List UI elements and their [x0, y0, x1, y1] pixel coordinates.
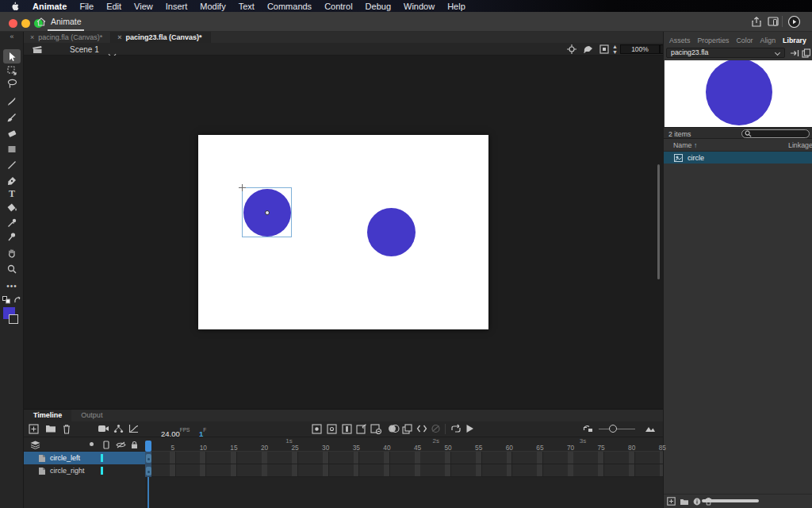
tab-align[interactable]: Align — [760, 37, 776, 44]
more-tools-button[interactable]: ••• — [3, 279, 21, 293]
insert-keyframe-icon[interactable] — [312, 424, 322, 434]
share-icon[interactable] — [752, 17, 761, 27]
rectangle-tool[interactable] — [3, 142, 21, 156]
column-name-label[interactable]: Name ↑ — [673, 141, 697, 149]
menu-window[interactable]: Window — [404, 2, 435, 11]
default-colors-icon[interactable] — [2, 296, 11, 304]
new-folder-icon[interactable] — [680, 498, 689, 506]
library-search-input[interactable] — [741, 129, 810, 138]
column-linkage-label[interactable]: Linkage — [788, 141, 812, 149]
menu-file[interactable]: File — [79, 2, 94, 11]
frame-grid[interactable] — [145, 452, 663, 477]
delete-layer-icon[interactable] — [63, 424, 71, 434]
layer-color-indicator[interactable] — [101, 454, 103, 462]
tab-library[interactable]: Library — [783, 37, 806, 44]
close-window-button[interactable] — [9, 19, 17, 28]
menu-view[interactable]: View — [134, 2, 153, 11]
onion-skin-outlines-icon[interactable] — [416, 424, 427, 433]
item-properties-icon[interactable] — [693, 498, 701, 506]
onion-skin-range-icon[interactable] — [431, 424, 441, 433]
layer-row-circle_left[interactable]: circle_left — [24, 452, 145, 464]
menu-commands[interactable]: Commands — [267, 2, 312, 11]
menu-text[interactable]: Text — [239, 2, 255, 11]
frame-ruler[interactable]: 5101520253035404550556065707580851s2s3s — [145, 437, 663, 452]
home-tab-animate[interactable]: Animate — [51, 17, 82, 26]
frame-area[interactable]: 5101520253035404550556065707580851s2s3s — [145, 437, 663, 508]
tab-properties[interactable]: Properties — [697, 37, 729, 44]
play-button[interactable] — [465, 424, 474, 433]
library-document-select[interactable]: pacing23.fla — [666, 48, 785, 58]
collapse-panel-icon[interactable]: « — [0, 33, 24, 40]
library-item-row[interactable]: circle — [664, 152, 812, 164]
selection-tool[interactable] — [3, 49, 21, 64]
menu-control[interactable]: Control — [324, 2, 352, 11]
ease-graph-icon[interactable] — [128, 424, 139, 433]
zoom-stepper[interactable]: ▲▼ — [612, 44, 618, 55]
hide-all-layers-icon[interactable] — [116, 441, 126, 448]
layer-row-circle_right[interactable]: circle_right — [24, 464, 145, 477]
tab-output[interactable]: Output — [71, 410, 112, 421]
tab-color[interactable]: Color — [737, 37, 753, 44]
rotate-canvas-icon[interactable] — [583, 44, 594, 54]
layer-color-indicator[interactable] — [101, 467, 103, 475]
paint-bucket-tool[interactable] — [3, 200, 21, 214]
new-symbol-icon[interactable] — [667, 497, 676, 506]
device-preview-icon[interactable] — [768, 17, 779, 26]
classic-brush-tool[interactable] — [3, 110, 21, 125]
loop-playback-icon[interactable] — [450, 424, 462, 433]
center-stage-icon[interactable] — [567, 44, 576, 54]
insert-blank-keyframe-icon[interactable] — [327, 424, 337, 434]
fluid-brush-tool[interactable] — [3, 94, 21, 109]
home-icon[interactable] — [36, 17, 46, 26]
swap-colors-icon[interactable] — [13, 296, 21, 304]
lock-all-layers-icon[interactable] — [131, 441, 138, 449]
menu-edit[interactable]: Edit — [106, 2, 121, 11]
transformation-point-icon[interactable] — [265, 210, 270, 215]
close-tab-icon[interactable]: × — [30, 33, 34, 41]
stage-vertical-scrollbar[interactable] — [657, 164, 660, 279]
pasteboard[interactable] — [24, 56, 663, 409]
asset-warp-tool[interactable] — [3, 229, 21, 244]
stage-canvas[interactable] — [198, 135, 488, 329]
edit-multiple-frames-icon[interactable] — [402, 424, 412, 434]
new-folder-layer-icon[interactable] — [45, 424, 56, 433]
menu-animate[interactable]: Animate — [33, 2, 67, 11]
new-library-panel-icon[interactable] — [802, 48, 810, 58]
eraser-tool[interactable] — [3, 126, 21, 140]
apple-icon[interactable] — [11, 2, 20, 11]
highlight-all-layers-icon[interactable] — [90, 442, 94, 446]
reset-timeline-zoom-icon[interactable] — [583, 424, 593, 433]
test-movie-icon[interactable] — [788, 16, 800, 28]
insert-frame-icon[interactable] — [342, 424, 352, 434]
new-layer-icon[interactable] — [29, 424, 39, 434]
circle-right-shape[interactable] — [367, 208, 416, 256]
timeline-zoom-slider-handle[interactable] — [609, 425, 617, 433]
document-tab[interactable]: ×pacing.fla (Canvas)* — [24, 32, 111, 43]
menu-insert[interactable]: Insert — [166, 2, 188, 11]
layers-stack-icon[interactable] — [30, 441, 40, 449]
auto-keyframe-icon[interactable] — [356, 424, 367, 434]
stroke-color-swatch[interactable] — [9, 314, 18, 324]
library-horizontal-scrollbar[interactable] — [702, 499, 759, 502]
pin-library-icon[interactable] — [790, 49, 799, 57]
outline-view-icon[interactable] — [103, 441, 109, 449]
close-tab-icon[interactable]: × — [117, 33, 121, 41]
timeline-zoom-in-icon[interactable] — [645, 424, 657, 433]
text-tool[interactable]: T — [3, 187, 21, 201]
tab-timeline[interactable]: Timeline — [24, 410, 71, 421]
onion-skin-icon[interactable] — [388, 424, 400, 433]
minimize-window-button[interactable] — [21, 19, 30, 28]
camera-icon[interactable] — [98, 424, 109, 433]
layer-parenting-icon[interactable] — [113, 424, 124, 433]
menu-modify[interactable]: Modify — [200, 2, 225, 11]
zoom-tool[interactable] — [3, 262, 21, 276]
eyedropper-tool[interactable] — [3, 216, 21, 230]
scene-name-label[interactable]: Scene 1 — [70, 45, 99, 54]
clip-content-icon[interactable] — [599, 44, 609, 54]
timeline-zoom-slider-track[interactable] — [599, 429, 635, 429]
hand-tool[interactable] — [3, 246, 21, 260]
menu-help[interactable]: Help — [447, 2, 465, 11]
playhead[interactable] — [145, 441, 151, 452]
lasso-tool[interactable] — [3, 76, 21, 90]
menu-debug[interactable]: Debug — [366, 2, 391, 11]
